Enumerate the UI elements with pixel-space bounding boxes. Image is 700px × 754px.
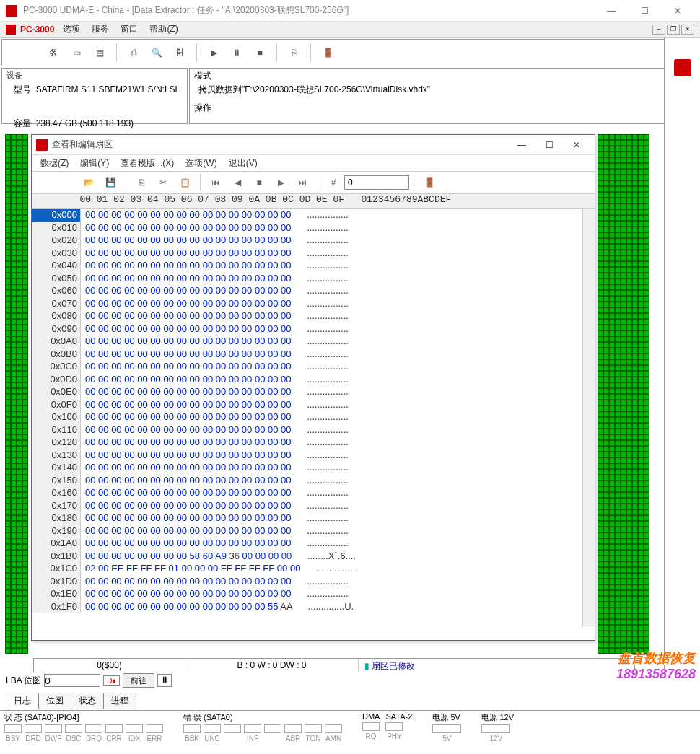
hex-row[interactable]: 0x15000 00 00 00 00 00 00 00 00 00 00 00…	[32, 474, 595, 487]
hex-row[interactable]: 0x0F000 00 00 00 00 00 00 00 00 00 00 00…	[32, 398, 595, 411]
hex-menu-data[interactable]: 数据(Z)	[35, 156, 74, 171]
hex-ascii[interactable]: ................	[294, 486, 349, 499]
hex-ascii[interactable]: ................	[294, 525, 349, 538]
hex-row[interactable]: 0x18000 00 00 00 00 00 00 00 00 00 00 00…	[32, 512, 595, 525]
hex-bytes[interactable]: 00 00 00 00 00 00 00 00 00 00 00 00 00 0…	[81, 461, 294, 474]
hex-row[interactable]: 0x01000 00 00 00 00 00 00 00 00 00 00 00…	[32, 222, 595, 234]
mdi-restore-button[interactable]: ❐	[667, 25, 680, 35]
cut-icon[interactable]: ✂	[152, 173, 174, 192]
hex-bytes[interactable]: 00 00 00 00 00 00 00 00 00 00 00 00 00 0…	[81, 247, 294, 260]
tool-terminal-icon[interactable]: ▭	[66, 43, 87, 63]
mdi-close-button[interactable]: ×	[681, 25, 694, 35]
hex-row[interactable]: 0x0E000 00 00 00 00 00 00 00 00 00 00 00…	[32, 385, 595, 398]
hex-row[interactable]: 0x13000 00 00 00 00 00 00 00 00 00 00 00…	[32, 449, 595, 462]
hex-row[interactable]: 0x12000 00 00 00 00 00 00 00 00 00 00 00…	[32, 436, 595, 449]
right-panel-icon[interactable]	[674, 59, 691, 76]
hex-ascii[interactable]: ................	[294, 335, 349, 348]
hex-menu-edit[interactable]: 编辑(Y)	[74, 156, 115, 171]
hex-bytes[interactable]: 00 00 00 00 00 00 00 00 00 00 00 00 00 0…	[81, 474, 294, 487]
hex-ascii[interactable]: ................	[294, 537, 349, 550]
hex-max-button[interactable]: ☐	[535, 136, 563, 154]
hex-ascii[interactable]: ................	[294, 259, 349, 272]
hex-bytes[interactable]: 00 00 00 00 00 00 00 00 00 00 00 00 00 0…	[81, 512, 294, 525]
hex-bytes[interactable]: 00 00 00 00 00 00 00 00 00 00 00 00 00 0…	[81, 272, 294, 285]
hex-row[interactable]: 0x16000 00 00 00 00 00 00 00 00 00 00 00…	[32, 486, 595, 499]
tab-status[interactable]: 状态	[71, 693, 104, 709]
hex-bytes[interactable]: 00 00 00 00 00 00 00 00 00 00 00 00 00 0…	[81, 360, 294, 373]
hex-exit-icon[interactable]: 🚪	[419, 173, 440, 192]
hex-row[interactable]: 0x19000 00 00 00 00 00 00 00 00 00 00 00…	[32, 525, 595, 538]
hex-row[interactable]: 0x02000 00 00 00 00 00 00 00 00 00 00 00…	[32, 234, 595, 247]
hex-ascii[interactable]: ................	[294, 247, 349, 260]
play-button[interactable]: ▶	[203, 43, 224, 63]
hex-ascii[interactable]: ................	[294, 474, 349, 487]
minimize-button[interactable]: —	[595, 0, 628, 22]
hex-ascii[interactable]: ................	[294, 424, 349, 437]
hex-bytes[interactable]: 00 00 00 00 00 00 00 00 00 00 00 00 00 0…	[81, 436, 294, 449]
hex-row[interactable]: 0x1B000 00 00 00 00 00 00 00 58 60 A9 36…	[32, 550, 595, 563]
hex-bytes[interactable]: 02 00 EE FF FF FF 01 00 00 00 FF FF FF F…	[81, 562, 303, 575]
hex-row[interactable]: 0x17000 00 00 00 00 00 00 00 00 00 00 00…	[32, 499, 595, 512]
hex-bytes[interactable]: 00 00 00 00 00 00 00 00 58 60 A9 36 00 0…	[81, 550, 294, 563]
hex-ascii[interactable]: ................	[303, 562, 358, 575]
hex-bytes[interactable]: 00 00 00 00 00 00 00 00 00 00 00 00 00 0…	[81, 587, 294, 600]
hex-ascii[interactable]: ................	[294, 373, 349, 386]
hex-close-button[interactable]: ✕	[563, 136, 590, 154]
paste-icon[interactable]: 📋	[174, 173, 196, 192]
tool-exit-icon[interactable]: 🚪	[317, 43, 338, 63]
nav-last-icon[interactable]: ⏭	[292, 173, 313, 192]
hex-bytes[interactable]: 00 00 00 00 00 00 00 00 00 00 00 00 00 0…	[81, 486, 294, 499]
hex-ascii[interactable]: ................	[294, 348, 349, 361]
hex-bytes[interactable]: 00 00 00 00 00 00 00 00 00 00 00 00 00 0…	[81, 424, 294, 437]
hex-row[interactable]: 0x1D000 00 00 00 00 00 00 00 00 00 00 00…	[32, 575, 595, 588]
hex-ascii[interactable]: ................	[294, 323, 349, 336]
hex-row[interactable]: 0x00000 00 00 00 00 00 00 00 00 00 00 00…	[32, 209, 595, 222]
sector-map-left[interactable]	[5, 134, 30, 668]
hex-ascii[interactable]: ................	[294, 234, 349, 247]
hex-ascii[interactable]: ................	[294, 411, 349, 424]
stop-button[interactable]: ■	[249, 43, 271, 63]
hex-row[interactable]: 0x14000 00 00 00 00 00 00 00 00 00 00 00…	[32, 461, 595, 474]
nav-prev-icon[interactable]: ◀	[227, 173, 248, 192]
hex-row[interactable]: 0x0D000 00 00 00 00 00 00 00 00 00 00 00…	[32, 373, 595, 386]
close-button[interactable]: ✕	[661, 0, 694, 22]
hex-menu-template[interactable]: 查看模版 ..(X)	[115, 156, 180, 171]
hex-menu-exit[interactable]: 退出(V)	[223, 156, 263, 171]
hex-row[interactable]: 0x0B000 00 00 00 00 00 00 00 00 00 00 00…	[32, 348, 595, 361]
hex-ascii[interactable]: ................	[294, 310, 349, 323]
tool-copy-icon[interactable]: ⎘	[283, 43, 305, 63]
hex-ascii[interactable]: ........X`.6....	[294, 550, 356, 563]
hex-ascii[interactable]: ................	[294, 499, 349, 512]
hex-ascii[interactable]: ..............U.	[295, 600, 354, 613]
menu-options[interactable]: 选项	[57, 22, 86, 37]
lba-pause-icon[interactable]: ⏸	[157, 674, 172, 687]
hex-min-button[interactable]: —	[508, 136, 535, 154]
nav-first-icon[interactable]: ⏮	[205, 173, 227, 192]
tab-process[interactable]: 进程	[103, 693, 136, 709]
hex-bytes[interactable]: 00 00 00 00 00 00 00 00 00 00 00 00 00 0…	[81, 222, 294, 234]
hex-ascii[interactable]: ................	[294, 297, 349, 310]
menu-window[interactable]: 窗口	[115, 22, 144, 37]
hex-ascii[interactable]: ................	[294, 436, 349, 449]
hex-menu-options[interactable]: 选项(W)	[180, 156, 222, 171]
hex-row[interactable]: 0x1C002 00 EE FF FF FF 01 00 00 00 FF FF…	[32, 562, 595, 575]
hex-bytes[interactable]: 00 00 00 00 00 00 00 00 00 00 00 00 00 0…	[81, 297, 294, 310]
pause-button[interactable]: ⏸	[226, 43, 248, 63]
hex-row[interactable]: 0x04000 00 00 00 00 00 00 00 00 00 00 00…	[32, 259, 595, 272]
nav-next-icon[interactable]: ▶	[270, 173, 292, 192]
hex-bytes[interactable]: 00 00 00 00 00 00 00 00 00 00 00 00 00 0…	[81, 310, 294, 323]
tab-bitmap[interactable]: 位图	[38, 693, 71, 709]
hex-bytes[interactable]: 00 00 00 00 00 00 00 00 00 00 00 00 00 0…	[81, 398, 294, 411]
hex-ascii[interactable]: ................	[294, 461, 349, 474]
hex-row[interactable]: 0x05000 00 00 00 00 00 00 00 00 00 00 00…	[32, 272, 595, 285]
save-icon[interactable]: 💾	[100, 173, 121, 192]
menu-help[interactable]: 帮助(Z)	[144, 22, 183, 37]
hex-bytes[interactable]: 00 00 00 00 00 00 00 00 00 00 00 00 00 0…	[81, 537, 294, 550]
grid-icon[interactable]: #	[323, 173, 344, 192]
hex-ascii[interactable]: ................	[294, 587, 349, 600]
hex-row[interactable]: 0x0C000 00 00 00 00 00 00 00 00 00 00 00…	[32, 360, 595, 373]
lba-input[interactable]	[44, 674, 100, 687]
hex-bytes[interactable]: 00 00 00 00 00 00 00 00 00 00 00 00 00 0…	[81, 348, 294, 361]
hex-body[interactable]: 0x00000 00 00 00 00 00 00 00 00 00 00 00…	[32, 209, 595, 627]
open-icon[interactable]: 📂	[78, 173, 100, 192]
